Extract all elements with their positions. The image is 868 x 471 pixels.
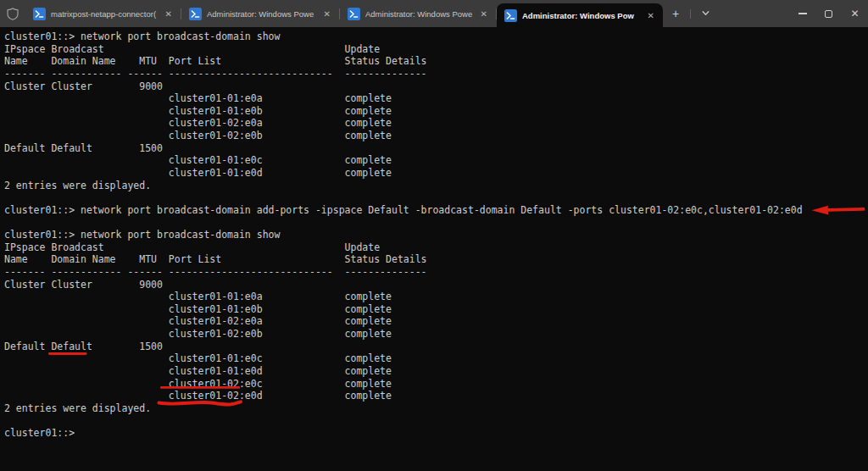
tab-close-icon[interactable]: ✕ [322,8,332,19]
tab-active[interactable]: Administrator: Windows Pow ✕ [497,3,663,27]
powershell-icon [189,8,202,20]
tab-close-icon[interactable]: ✕ [164,8,174,19]
terminal-output[interactable]: cluster01::> network port broadcast-doma… [0,27,868,440]
window-controls: ✕ [789,0,868,27]
tab-title: Administrator: Windows Powe [207,9,317,19]
close-icon: ✕ [850,8,859,19]
maximize-button[interactable] [815,0,842,27]
tab-title: matrixpost-netapp-connector( [51,9,159,19]
chevron-down-icon [701,7,710,20]
powershell-icon [33,8,46,20]
tab-dropdown-button[interactable] [693,0,718,27]
maximize-icon [825,10,832,18]
tab[interactable]: Administrator: Windows Powe ✕ [340,0,496,27]
terminal: cluster01::> network port broadcast-doma… [0,27,868,471]
titlebar: matrixpost-netapp-connector( ✕ Administr… [0,0,868,27]
tab[interactable]: Administrator: Windows Powe ✕ [181,0,339,27]
tab-bar: matrixpost-netapp-connector( ✕ Administr… [25,0,663,27]
tab-title: Administrator: Windows Powe [365,9,474,19]
toolbar-divider [690,9,691,19]
tab-close-icon[interactable]: ✕ [479,8,489,19]
new-tab-button[interactable]: + [663,0,688,27]
close-button[interactable]: ✕ [842,0,868,27]
powershell-icon [348,8,360,20]
minimize-button[interactable] [789,0,815,27]
admin-shield-icon [0,0,25,27]
tab-title: Administrator: Windows Pow [522,11,641,20]
powershell-icon [504,9,517,22]
tab[interactable]: matrixpost-netapp-connector( ✕ [25,0,181,27]
tab-close-icon[interactable]: ✕ [646,10,656,21]
minimize-icon [798,13,807,14]
